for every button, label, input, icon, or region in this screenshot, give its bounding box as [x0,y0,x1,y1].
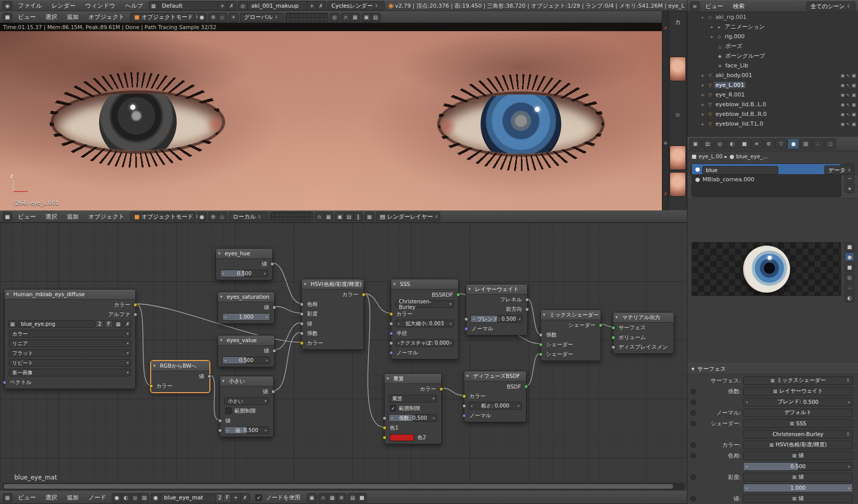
manipulator-toggle[interactable]: + [229,13,239,22]
slot-specials-button[interactable]: ▾ [845,184,854,193]
node-title[interactable]: eyes_hue [216,249,272,259]
menu-add[interactable]: 追加 [63,212,83,222]
expand-icon[interactable]: + [708,34,716,39]
pivot-select[interactable]: ⊕ [208,212,218,221]
saturation-slider[interactable]: 1.000 [743,484,853,492]
outliner-item-pose[interactable]: △ ポーズ [687,41,858,51]
node-sss[interactable]: SSS BSSRDF Christensen-Burley カラー 拡大縮小:0… [391,279,459,359]
tab-world[interactable]: ◐ [726,138,738,149]
visibility-icon[interactable]: ◉ [841,112,845,117]
auto-render-icon[interactable]: ▣ [307,493,317,502]
material-icon[interactable]: ● [151,493,160,502]
shader-type-object-icon[interactable]: ● [112,493,122,502]
preview-sphere-button[interactable]: ● [845,252,854,261]
saturation-link-button[interactable]: ▦値 [743,473,853,482]
render-opengl-anim-button[interactable]: ▤ [344,212,354,221]
hue-link-button[interactable]: ▦値 [743,451,853,460]
tab-texture[interactable]: ▨ [800,138,812,149]
clamp-checkbox[interactable]: ✓ [390,405,396,412]
menu-help[interactable]: ヘルプ [121,1,147,11]
snap-toggle[interactable]: ∩ [341,13,351,22]
preview-world-button[interactable]: ◐ [845,293,854,302]
crosshair-icon[interactable]: ⊕ [662,140,669,146]
image-icon[interactable]: ▦ [8,320,17,328]
layers-grid[interactable] [270,212,313,221]
renderable-icon[interactable]: ▣ [851,102,856,107]
color-link-button[interactable]: ▦HSV(色相/彩度/輝度) [743,441,853,449]
preview-hair-button[interactable]: ∴ [845,283,854,292]
screen-layout-select[interactable]: Default [158,1,218,10]
tab-object[interactable]: ■ [738,138,750,149]
preview-monkey-button[interactable]: ◎ [845,273,854,282]
node-diffuse-bsdf[interactable]: ディフューズBSDF BSDF カラー 粗さ:0.000 ノーマル [464,371,527,422]
visibility-icon[interactable]: ◉ [841,83,845,88]
extension-select[interactable]: リピート [9,359,131,367]
mode-select[interactable]: ■ オブジェクトモード ⇕ [130,13,196,22]
breadcrumb-object[interactable]: eye_L.00 [699,153,723,159]
color2-swatch[interactable] [390,434,414,441]
scene-icon[interactable]: ◎ [238,1,248,10]
outliner-item-aki-body[interactable]: + ▽ aki_body.001 ◉↖▣ [687,70,858,80]
scrollbar-handle[interactable] [4,484,673,489]
fake-user-button[interactable]: F [105,320,113,328]
data-link-button[interactable]: データ⇕ [824,165,853,175]
blend-slider[interactable]: ブレンド:0.500 [470,315,523,323]
character-thumbnail[interactable] [670,172,686,197]
close-layout-button[interactable]: ✗ [227,1,236,10]
menu-view[interactable]: ビュー [701,2,727,11]
node-mix-shader[interactable]: ミックスシェーダー シェーダー 係数 シェーダー シェーダー [540,309,601,361]
node-title[interactable]: ミックスシェーダー [541,310,601,320]
surface-shader-select[interactable]: ▦ミックスシェーダー [743,376,853,385]
expand-icon[interactable]: + [699,122,706,127]
node-hsv[interactable]: HSV(色相/彩度/輝度) カラー 色相 彩度 値 係数 カラー [301,279,364,350]
visibility-icon[interactable]: ◉ [841,92,845,98]
tab-render-layers[interactable]: ▤ [702,138,713,149]
selectable-icon[interactable]: ↖ [846,112,850,117]
menu-file[interactable]: ファイル [14,1,46,11]
render-opengl-button[interactable]: ▣ [362,13,371,22]
outliner-item-face-lib[interactable]: ≡ face_Lib [687,61,858,70]
remove-slot-button[interactable]: − [845,174,854,183]
menu-add[interactable]: 追加 [63,12,83,22]
outliner-item-eyeblow-br[interactable]: + ▽ eyeblow_lid.B..R.0 ◉↖▣ [687,109,858,119]
character-thumbnail[interactable] [670,146,686,170]
value2-slider[interactable]: 値:0.500 [224,426,269,434]
selectable-icon[interactable]: ↖ [846,83,850,88]
renderable-icon[interactable]: ▣ [851,83,856,88]
snap-element-select[interactable]: ▦ [327,493,337,502]
shader-link-button[interactable]: ▦SSS [743,419,853,428]
image-name-field[interactable]: blue_eye.png [18,320,94,328]
tab-physics[interactable]: ○ [824,138,836,149]
tab-render[interactable]: ▣ [689,138,701,149]
value-slider[interactable]: 0.500 [220,270,268,277]
expand-icon[interactable]: + [699,73,706,78]
add-layout-button[interactable]: + [218,1,227,10]
renderable-icon[interactable]: ▣ [851,122,856,127]
outliner-item-bone-groups[interactable]: ◆ ボーングループ [687,51,858,61]
snap-element-select[interactable]: ▦ [350,13,360,22]
visibility-icon[interactable]: ◉ [841,122,845,127]
node-mix-rgb-multiply[interactable]: 乗算 カラー 乗算 ✓範囲制限 係数:0.500 色1 色2 [384,373,442,444]
editor-type-button[interactable]: ■ [3,212,12,221]
menu-view[interactable]: ビュー [14,12,40,22]
interpolation-select[interactable]: リニア [9,340,131,347]
renderable-icon[interactable]: ▣ [851,92,856,98]
panel-surface[interactable]: ▾ サーフェス [687,363,858,374]
node-title[interactable]: ディフューズBSDF [464,371,526,381]
menu-select[interactable]: 選択 [41,493,61,502]
visibility-icon[interactable]: ◉ [841,73,845,78]
menu-view[interactable]: ビュー [14,212,40,222]
menu-add[interactable]: 追加 [63,493,83,502]
hue-slider[interactable]: 0.500 [743,462,853,471]
menu-object[interactable]: オブジェクト [84,212,129,222]
normal-link-button[interactable]: デフォルト [743,409,853,417]
node-title[interactable]: マテリアル出力 [613,313,674,323]
node-math-less-than[interactable]: 小さい 値 小さい 範囲制限 値 値:0.500 [220,376,274,437]
texture-blur-field[interactable]: テクスチャぼ:0.000 [395,339,454,347]
menu-object[interactable]: オブジェクト [84,12,129,22]
fac-link-button[interactable]: ▦レイヤーウェイト [743,387,853,396]
pivot-select[interactable]: ⊕ [208,13,218,22]
clamp-checkbox[interactable] [225,407,232,414]
menu-select[interactable]: 選択 [41,212,61,222]
node-title[interactable]: eyes_saturation [218,292,274,302]
